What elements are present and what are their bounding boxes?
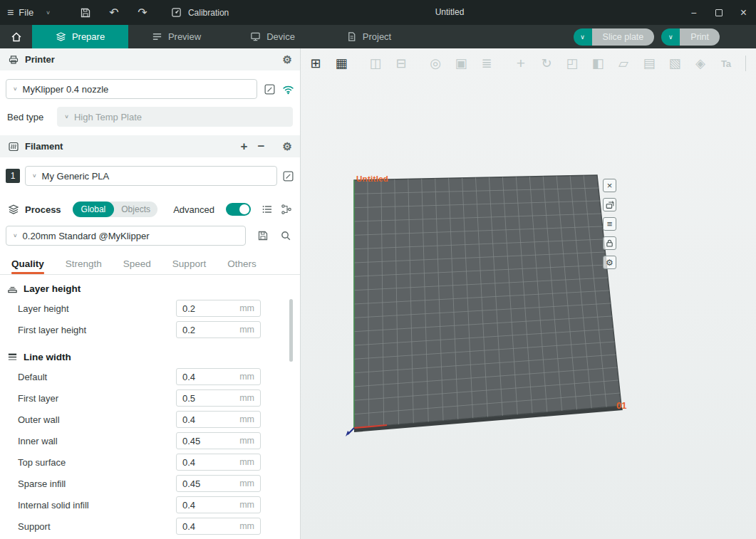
redo-button[interactable]: ↷	[136, 6, 149, 19]
line-width-support-input[interactable]: 0.4 mm	[176, 518, 261, 535]
lock-icon	[605, 239, 614, 248]
title-bar: ≡ File ∨ ↶ ↷ Calibration Untitled − ×	[0, 0, 756, 25]
filament-preset-select[interactable]: ∨ My Generic PLA	[25, 166, 277, 186]
filament-icon	[8, 141, 19, 152]
layer-height-icon	[7, 283, 18, 294]
param-label: Sparse infill	[18, 478, 66, 489]
tab-quality[interactable]: Quality	[11, 253, 44, 274]
printer-section-header: Printer ⚙	[0, 48, 300, 70]
param-row: Inner wall 0.45 mm	[0, 430, 300, 451]
chevron-down-icon: ∨	[580, 33, 585, 41]
tab-preview[interactable]: Preview	[128, 25, 224, 48]
lock-plate-button[interactable]	[603, 236, 616, 250]
tab-support[interactable]: Support	[172, 253, 206, 274]
line-width-top-surface-input[interactable]: 0.4 mm	[176, 454, 261, 471]
plate-settings-button[interactable]: ⚙	[603, 256, 616, 269]
wifi-connection-icon[interactable]	[282, 83, 294, 95]
home-button[interactable]	[0, 25, 32, 48]
add-filament-button[interactable]: +	[239, 140, 250, 154]
calibration-button[interactable]: Calibration	[170, 6, 229, 19]
line-width-icon	[7, 352, 18, 362]
filament-preset-value: My Generic PLA	[42, 171, 110, 182]
advanced-label: Advanced	[173, 204, 214, 215]
param-label: Layer height	[18, 303, 69, 314]
printer-preset-select[interactable]: ∨ MyKlipper 0.4 nozzle	[6, 79, 257, 99]
tab-device[interactable]: Device	[224, 25, 321, 48]
parameter-tree-icon[interactable]	[280, 204, 292, 216]
param-label: Top surface	[18, 457, 66, 468]
edit-filament-icon[interactable]	[282, 170, 294, 182]
close-button[interactable]: ×	[731, 0, 756, 25]
param-label: Support	[18, 521, 51, 532]
param-row: Internal solid infill 0.4 mm	[0, 494, 300, 516]
save-button[interactable]	[79, 6, 92, 19]
param-label: Inner wall	[18, 436, 58, 446]
search-icon[interactable]	[279, 230, 291, 242]
param-label: First layer height	[18, 325, 86, 335]
prepare-icon	[56, 31, 66, 42]
scope-global-option[interactable]: Global	[73, 202, 115, 217]
print-button[interactable]: ∨ Print	[661, 28, 720, 46]
file-menu[interactable]: ≡ File ∨	[0, 0, 61, 25]
print-options-dropdown[interactable]: ∨	[661, 28, 680, 46]
param-row: Default 0.4 mm	[0, 366, 300, 387]
build-plate[interactable]	[301, 48, 756, 539]
layer-height-input[interactable]: 0.2 mm	[176, 300, 261, 317]
param-row: Sparse infill 0.45 mm	[0, 473, 300, 494]
group-line-width: Line width	[0, 345, 300, 366]
process-preset-value: 0.20mm Standard @MyKlipper	[23, 231, 150, 241]
maximize-icon	[715, 9, 723, 16]
hamburger-icon: ≡	[7, 6, 14, 19]
tab-strength[interactable]: Strength	[66, 253, 102, 274]
param-label: First layer	[18, 393, 58, 404]
parameter-table-icon[interactable]	[261, 204, 273, 216]
gear-icon: ⚙	[606, 258, 613, 267]
window-title: Untitled	[435, 0, 465, 25]
save-preset-icon[interactable]	[257, 230, 269, 242]
process-param-tabs: Quality Strength Speed Support Others	[0, 253, 300, 275]
viewport-3d[interactable]: ⊞ ▦ ◫ ⊟ ◎ ▣ ≣ + ↻ ◰ ◧ ▱ ▤ ▧ ◈ Ta ◇ Untit…	[301, 48, 756, 539]
chevron-down-icon: ∨	[64, 114, 69, 120]
line-width-inner-wall-input[interactable]: 0.45 mm	[176, 432, 261, 449]
slice-plate-button[interactable]: ∨ Slice plate	[574, 28, 655, 46]
duplicate-plate-button[interactable]	[603, 198, 616, 211]
edit-printer-icon[interactable]	[264, 83, 276, 95]
tab-speed[interactable]: Speed	[123, 253, 151, 274]
first-layer-height-input[interactable]: 0.2 mm	[176, 321, 261, 338]
bed-type-select[interactable]: ∨ High Temp Plate	[57, 107, 293, 127]
undo-button[interactable]: ↶	[108, 6, 120, 19]
slice-options-dropdown[interactable]: ∨	[574, 28, 592, 46]
param-row: Layer height 0.2 mm	[0, 298, 300, 319]
print-label: Print	[680, 28, 720, 46]
printer-preset-value: MyKlipper 0.4 nozzle	[23, 84, 109, 95]
process-scope-toggle[interactable]: Global Objects	[73, 202, 157, 217]
bed-type-value: High Temp Plate	[74, 112, 142, 122]
process-preset-select[interactable]: ∨ 0.20mm Standard @MyKlipper	[6, 226, 246, 246]
remove-filament-button[interactable]: −	[256, 140, 267, 154]
tab-project[interactable]: Project	[321, 25, 417, 48]
param-label: Internal solid infill	[18, 500, 89, 511]
printer-settings-gear-icon[interactable]: ⚙	[283, 54, 292, 65]
param-label: Default	[18, 372, 47, 382]
advanced-toggle[interactable]	[226, 203, 251, 216]
minimize-button[interactable]: −	[681, 0, 706, 25]
chevron-down-icon: ∨	[668, 33, 673, 41]
line-width-sparse-infill-input[interactable]: 0.45 mm	[176, 475, 261, 492]
filament-header-label: Filament	[25, 141, 63, 152]
sidebar-scrollbar[interactable]	[289, 299, 293, 362]
filament-settings-gear-icon[interactable]: ⚙	[283, 141, 292, 152]
plate-name-label[interactable]: Untitled	[356, 174, 388, 183]
tab-others[interactable]: Others	[227, 253, 257, 274]
line-width-default-input[interactable]: 0.4 mm	[176, 368, 261, 385]
line-width-outer-wall-input[interactable]: 0.4 mm	[176, 411, 261, 428]
chevron-down-icon: ∨	[13, 86, 18, 92]
line-width-internal-solid-infill-input[interactable]: 0.4 mm	[176, 496, 261, 513]
tab-prepare[interactable]: Prepare	[32, 25, 128, 48]
plate-list-button[interactable]: ≡	[603, 217, 616, 231]
printer-header-label: Printer	[25, 54, 55, 65]
line-width-first-layer-input[interactable]: 0.5 mm	[176, 389, 261, 407]
maximize-button[interactable]	[706, 0, 731, 25]
scope-objects-option[interactable]: Objects	[114, 204, 157, 214]
param-row: Support 0.4 mm	[0, 516, 300, 537]
delete-plate-button[interactable]: ×	[603, 179, 616, 192]
